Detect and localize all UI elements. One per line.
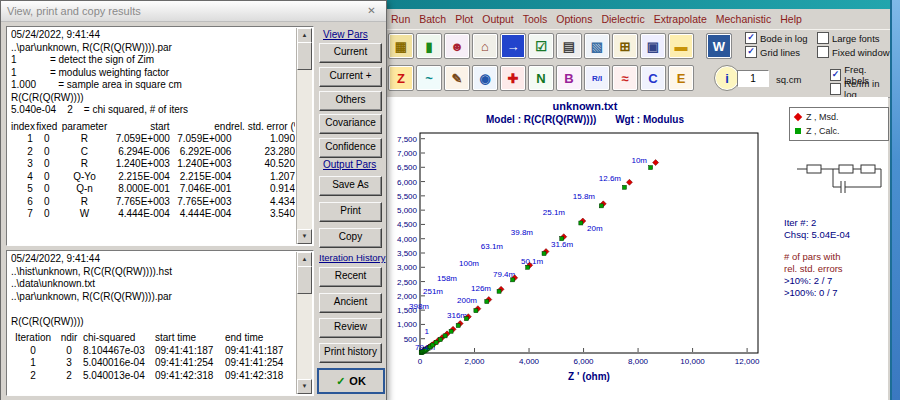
checkbox-fixed-window[interactable]: Fixed window xyxy=(817,46,890,58)
recent-button[interactable]: Recent xyxy=(319,267,382,287)
users-icon[interactable]: ☻ xyxy=(444,33,470,59)
menu-mechanistic[interactable]: Mechanistic xyxy=(716,13,771,25)
confidence-button[interactable]: Confidence xyxy=(319,138,382,158)
checkbox-bode-in-log[interactable]: ✓Bode in log xyxy=(745,32,808,44)
bode-plot-icon[interactable]: B xyxy=(556,65,582,91)
curves-icon[interactable]: ≈ xyxy=(612,65,638,91)
checkbox-box[interactable] xyxy=(817,32,829,44)
checkbox-grid-lines[interactable]: ✓Grid lines xyxy=(745,46,800,58)
stderr-gt100: >100%: 0 / 7 xyxy=(784,287,850,299)
nyquist-chart-panel: unknown.txt Model : R(C(R(Q(RW)))) Wgt :… xyxy=(385,97,888,400)
menu-batch[interactable]: Batch xyxy=(419,13,446,25)
svg-text:0: 0 xyxy=(418,357,423,366)
cell: 6.292E-006 xyxy=(170,146,232,159)
cell: 8.000E-001 xyxy=(108,183,170,196)
current-plus-button[interactable]: Current + xyxy=(319,67,382,87)
scrollbar[interactable]: ▲ ▼ xyxy=(296,252,312,394)
ancient-button[interactable]: Ancient xyxy=(319,293,382,313)
menu-output[interactable]: Output xyxy=(482,13,514,25)
copy-icon[interactable]: ⊞ xyxy=(612,33,638,59)
cell: 0 xyxy=(33,133,61,146)
notes-icon[interactable]: ▧ xyxy=(584,33,610,59)
cell: 09:41:42:318 xyxy=(155,370,225,383)
fit-results-pane[interactable]: 05/24/2022, 9:41:44..\par\unknown, R(C(R… xyxy=(6,26,314,246)
scroll-down-icon[interactable]: ▼ xyxy=(297,229,312,244)
menu-help[interactable]: Help xyxy=(780,13,802,25)
checkbox-box[interactable]: ✓ xyxy=(745,46,757,58)
menu-dielectric[interactable]: Dielectric xyxy=(601,13,644,25)
checkbox-label: Fixed window xyxy=(832,47,890,58)
impedance-z-icon[interactable]: Z xyxy=(388,65,414,91)
cell: 0 xyxy=(33,158,61,171)
cell: 3 xyxy=(11,158,33,171)
cell: 1.240E+003 xyxy=(170,158,232,171)
cell: 0 xyxy=(33,183,61,196)
review-button[interactable]: Review xyxy=(319,318,382,338)
scroll-up-icon[interactable]: ▲ xyxy=(297,28,312,43)
bar-chart-icon[interactable]: ▮ xyxy=(416,33,442,59)
ok-button-label: OK xyxy=(349,375,366,387)
scroll-thumb[interactable] xyxy=(297,42,312,70)
svg-text:15.8m: 15.8m xyxy=(573,192,596,201)
nyquist-plot-icon[interactable]: N xyxy=(528,65,554,91)
column-header: chi-squared xyxy=(83,332,155,345)
move-axes-icon[interactable]: ✚ xyxy=(500,65,526,91)
others-button[interactable]: Others xyxy=(319,91,382,111)
home-icon[interactable]: ⌂ xyxy=(472,33,498,59)
scrollbar[interactable]: ▲ ▼ xyxy=(296,28,312,244)
menu-tools[interactable]: Tools xyxy=(523,13,548,25)
scroll-up-icon[interactable]: ▲ xyxy=(297,252,312,267)
chart-subtitle: Model : R(C(R(Q(RW)))) Wgt : Modulus xyxy=(385,114,785,125)
checkbox-box[interactable] xyxy=(830,83,841,95)
covariance-button[interactable]: Covariance xyxy=(319,114,382,134)
checkbox-large-fonts[interactable]: Large fonts xyxy=(817,32,880,44)
eye-icon[interactable]: ◉ xyxy=(472,65,498,91)
word-icon[interactable]: W xyxy=(706,33,732,59)
checkbox-box[interactable]: ✓ xyxy=(745,32,757,44)
cell: 1.240E+003 xyxy=(108,158,170,171)
pencil-icon[interactable]: ✎ xyxy=(444,65,470,91)
dialog-titlebar[interactable]: View, print and copy results ✕ xyxy=(1,1,386,22)
real-imag-plot-icon[interactable]: R/I xyxy=(584,65,610,91)
error-plot-icon[interactable]: E xyxy=(668,65,694,91)
svg-text:126m: 126m xyxy=(471,284,491,293)
menu-run[interactable]: Run xyxy=(391,13,410,25)
save-as-button[interactable]: Save As xyxy=(319,176,382,196)
folder-icon[interactable]: ▬ xyxy=(668,33,694,59)
table-row: 40Q-Yo2.215E-0042.215E-0041.207 xyxy=(11,171,295,184)
copy-button[interactable]: Copy xyxy=(319,228,382,248)
cell: 0 xyxy=(33,171,61,184)
current-button[interactable]: Current xyxy=(319,43,382,63)
menu-plot[interactable]: Plot xyxy=(455,13,473,25)
checkbox-box[interactable] xyxy=(817,46,829,58)
menu-options[interactable]: Options xyxy=(556,13,592,25)
waveform-icon[interactable]: ~ xyxy=(416,65,442,91)
print-icon[interactable]: ▤ xyxy=(556,33,582,59)
sample-area-input[interactable] xyxy=(737,70,769,87)
scroll-thumb[interactable] xyxy=(297,266,312,294)
capacitance-plot-icon[interactable]: C xyxy=(640,65,666,91)
run-arrow-icon[interactable]: → xyxy=(500,33,526,59)
text-line: ..\par\unknown, R(C(R(Q(RW)))).par xyxy=(11,291,295,304)
cell: 7.765E+003 xyxy=(108,196,170,209)
fit-check-icon[interactable]: ☑ xyxy=(528,33,554,59)
print-history-button[interactable]: Print history xyxy=(319,343,382,363)
cell: 1 xyxy=(11,357,55,370)
measured-diamond-icon xyxy=(794,113,802,121)
print-button[interactable]: Print xyxy=(319,202,382,222)
iteration-history-pane[interactable]: 05/24/2022, 9:41:44..\hist\unknown, R(C(… xyxy=(6,250,314,396)
close-icon[interactable]: ✕ xyxy=(363,4,380,19)
cell: 0 xyxy=(33,196,61,209)
tile-windows-icon[interactable]: ▣ xyxy=(640,33,666,59)
cell: 2 xyxy=(11,370,55,383)
data-file-icon[interactable]: ▦ xyxy=(388,33,414,59)
column-header: fixed xyxy=(33,121,61,134)
menu-extrapolate[interactable]: Extrapolate xyxy=(654,13,707,25)
text-line: 05/24/2022, 9:41:44 xyxy=(11,29,295,42)
table-row: 008.104467e-0309:41:41:18709:41:41:187 xyxy=(11,345,295,358)
scroll-down-icon[interactable]: ▼ xyxy=(297,379,312,394)
text-line: R(C(R(Q(RW)))) xyxy=(11,316,295,329)
ok-button[interactable]: ✓ OK xyxy=(317,368,385,394)
cell: 6 xyxy=(11,196,33,209)
app-titlebar[interactable] xyxy=(385,0,890,9)
